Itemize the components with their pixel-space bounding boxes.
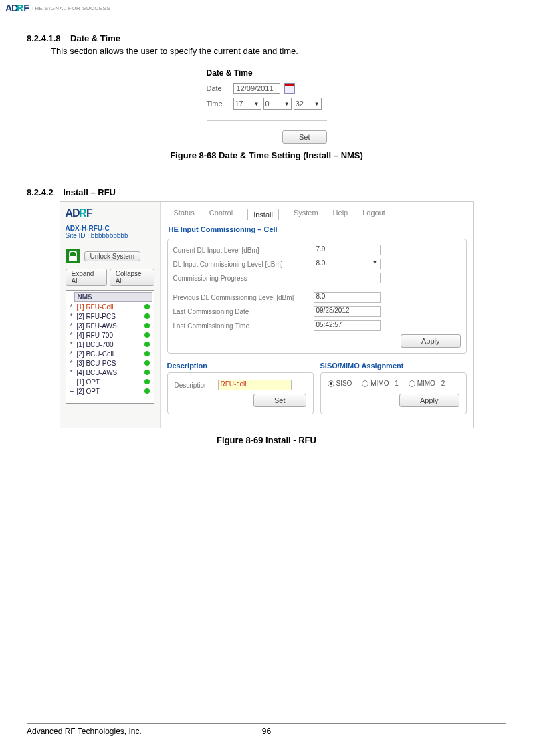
figure-caption-69: Figure 8-69 Install - RFU xyxy=(27,435,506,445)
description-panel-title: Description xyxy=(167,362,314,370)
page-footer: Advanced RF Technologies, Inc. 96 xyxy=(27,723,506,736)
time-label: Time xyxy=(207,100,233,108)
description-panel: DescriptionRFU-cell Set xyxy=(167,372,314,414)
value-comm-progress xyxy=(314,273,381,283)
calendar-icon[interactable] xyxy=(284,83,295,94)
radio-mimo-1[interactable]: MIMO - 1 xyxy=(362,380,399,387)
datetime-widget: Date & Time Date 12/09/2011 Time 17▼ 0▼ … xyxy=(207,63,327,121)
time-hour-select[interactable]: 17▼ xyxy=(233,98,261,110)
date-input[interactable]: 12/09/2011 xyxy=(233,83,280,94)
commissioning-panel: Current DL Input Level [dBm]7.9 DL Input… xyxy=(167,239,467,354)
tab-control[interactable]: Control xyxy=(209,209,233,220)
value-last-date: 09/28/2012 xyxy=(314,306,381,317)
rfu-site-id: Site ID : bbbbbbbbbb xyxy=(66,232,154,239)
select-dl-comm-level[interactable]: 8.0▼ xyxy=(314,259,381,269)
description-label: Description xyxy=(175,382,218,389)
tree-root-nms: NMS xyxy=(74,292,152,302)
tree-item[interactable]: *[3] BCU-PCS xyxy=(68,358,152,368)
section-number-datetime: 8.2.4.1.8 xyxy=(27,33,61,43)
tree-item[interactable]: +[2] OPT xyxy=(68,386,152,396)
value-current-dl: 7.9 xyxy=(314,245,381,255)
tab-status[interactable]: Status xyxy=(174,209,195,220)
tree-item[interactable]: *[4] BCU-AWS xyxy=(68,368,152,377)
tree-item[interactable]: *[1] BCU-700 xyxy=(68,340,152,349)
rfu-screenshot: ADЯF ADX-H-RFU-C Site ID : bbbbbbbbbb Un… xyxy=(60,201,474,428)
logo-tagline: THE SIGNAL FOR SUCCESS xyxy=(31,5,110,11)
value-last-time: 05:42:57 xyxy=(314,320,381,331)
date-label: Date xyxy=(207,84,233,92)
label-current-dl: Current DL Input Level [dBm] xyxy=(173,247,314,254)
footer-company: Advanced RF Technologies, Inc. xyxy=(27,727,142,736)
radio-mimo-2[interactable]: MIMO - 2 xyxy=(409,380,445,387)
tree-item[interactable]: *[3] RFU-AWS xyxy=(68,321,152,330)
tree-item[interactable]: *[4] RFU-700 xyxy=(68,330,152,340)
collapse-all-button[interactable]: Collapse All xyxy=(110,269,154,286)
tab-install[interactable]: Install xyxy=(247,209,279,220)
section-title-rfu: Install – RFU xyxy=(63,187,116,197)
label-last-time: Last Commissioning Time xyxy=(173,322,314,330)
tree-item[interactable]: *[2] RFU-PCS xyxy=(68,311,152,321)
unlock-system-button[interactable]: Unlock System xyxy=(84,251,141,261)
commissioning-apply-button[interactable]: Apply xyxy=(401,334,461,348)
time-second-select[interactable]: 32▼ xyxy=(294,98,322,110)
label-comm-progress: Commissioning Progress xyxy=(173,275,314,282)
description-set-button[interactable]: Set xyxy=(253,394,306,407)
commissioning-panel-title: HE Input Commissioning – Cell xyxy=(169,225,473,233)
rfu-model: ADX-H-RFU-C xyxy=(66,225,154,232)
siso-apply-button[interactable]: Apply xyxy=(399,394,459,407)
label-dl-comm-level: DL Input Commissioning Level [dBm] xyxy=(173,261,314,268)
label-prev-dl: Previous DL Commissioning Level [dBm] xyxy=(173,294,314,301)
tree-item[interactable]: *[2] BCU-Cell xyxy=(68,349,152,358)
device-tree[interactable]: −NMS *[1] RFU-Cell*[2] RFU-PCS*[3] RFU-A… xyxy=(66,290,154,404)
section-number-rfu: 8.2.4.2 xyxy=(27,187,54,197)
siso-panel: SISO MIMO - 1 MIMO - 2 Apply xyxy=(320,372,467,414)
rfu-main-area: Status Control Install System Help Logou… xyxy=(161,202,473,428)
description-input[interactable]: RFU-cell xyxy=(218,380,292,390)
tab-help[interactable]: Help xyxy=(333,209,348,220)
rfu-tabs: Status Control Install System Help Logou… xyxy=(161,202,473,220)
rfu-logo: ADЯF xyxy=(66,207,154,219)
label-last-date: Last Commissioning Date xyxy=(173,308,314,316)
rfu-sidebar: ADЯF ADX-H-RFU-C Site ID : bbbbbbbbbb Un… xyxy=(60,202,161,428)
tab-logout[interactable]: Logout xyxy=(362,209,385,220)
radio-siso[interactable]: SISO xyxy=(328,380,352,387)
tab-system[interactable]: System xyxy=(294,209,318,220)
page-header-logo: ADЯF THE SIGNAL FOR SUCCESS xyxy=(5,3,110,13)
value-prev-dl: 8.0 xyxy=(314,292,381,303)
figure-caption-68: Figure 8-68 Date & Time Setting (Install… xyxy=(27,150,506,160)
expand-all-button[interactable]: Expand All xyxy=(66,269,107,286)
siso-panel-title: SISO/MIMO Assignment xyxy=(320,362,467,370)
tree-item[interactable]: +[1] OPT xyxy=(68,377,152,386)
footer-page-number: 96 xyxy=(262,727,271,736)
time-minute-select[interactable]: 0▼ xyxy=(263,98,292,110)
tree-item[interactable]: *[1] RFU-Cell xyxy=(68,302,152,311)
logo-mark: ADЯF xyxy=(5,3,29,13)
section-body-datetime: This section allows the user to specify … xyxy=(51,46,506,56)
datetime-heading: Date & Time xyxy=(207,68,327,78)
lock-icon xyxy=(66,249,80,263)
datetime-set-button[interactable]: Set xyxy=(282,130,327,144)
section-title-datetime: Date & Time xyxy=(70,33,120,43)
